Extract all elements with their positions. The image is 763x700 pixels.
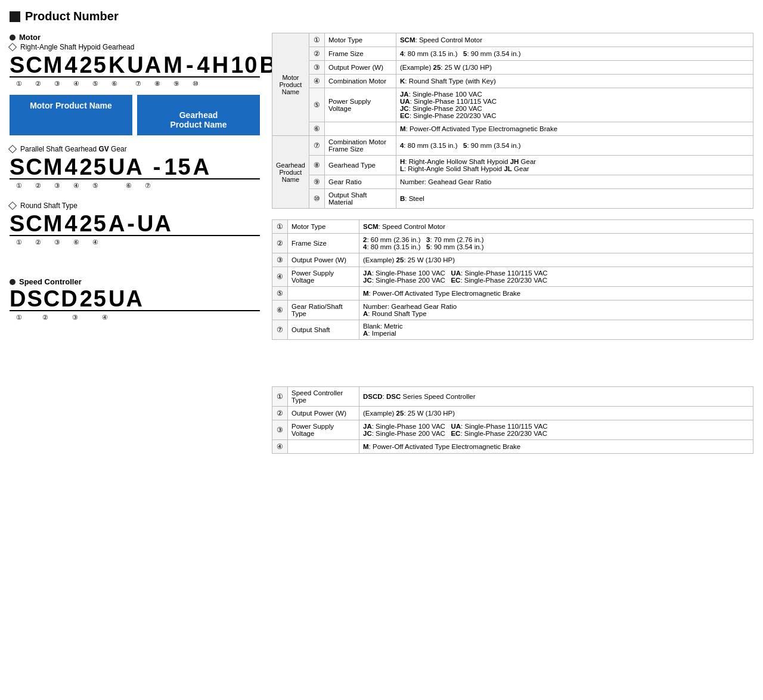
table-row: MotorProductName ① Motor Type SCM: Speed… (272, 33, 753, 47)
table-row: GearheadProductName ⑦ Combination MotorF… (272, 136, 753, 156)
left-column: Motor Right-Angle Shaft Hypoid Gearhead … (10, 33, 260, 464)
speed-ctrl-product-number: DSCD 25 UA (10, 287, 260, 311)
table-row: ② Output Power (W) (Example) 25: 25 W (1… (272, 407, 753, 420)
diamond1-icon (8, 43, 17, 51)
product-number-2: SCM 4 25 UA - 15 A (10, 156, 260, 179)
gearhead2-heading: Parallel Shaft Gearhead GV Gear (10, 145, 260, 153)
table-row: ⑧ Gearhead Type H: Right-Angle Hollow Sh… (272, 156, 753, 175)
table-row: ② Frame Size 4: 80 mm (3.15 in.) 5: 90 m… (272, 47, 753, 61)
label-boxes: Motor Product Name GearheadProduct Name (10, 95, 260, 135)
table-row: ① Speed ControllerType DSCD: DSC Series … (272, 387, 753, 407)
product-number-1: SCM 4 25 K UA M - 4 H 10 B (10, 54, 260, 78)
table-row: ⑦ Output Shaft Blank: Metric A: Imperial (272, 320, 753, 340)
title-square-icon (10, 11, 20, 22)
page-title: Product Number (10, 10, 753, 23)
speed-controller-heading: Speed Controller (10, 277, 260, 286)
gearhead1-heading: Right-Angle Shaft Hypoid Gearhead (10, 43, 260, 51)
motor-group-label: MotorProductName (272, 33, 309, 136)
gearhead-product-name-box: GearheadProduct Name (137, 95, 260, 135)
table-row: ③ Output Power (W) (Example) 25: 25 W (1… (272, 253, 753, 267)
spec-table-3: ① Speed ControllerType DSCD: DSC Series … (272, 386, 753, 454)
table-row: ④ Power Supply Voltage JA: Single-Phase … (272, 267, 753, 287)
circle-row-1: ① ② ③ ④ ⑤ ⑥ ⑦ ⑧ ⑨ ⑩ (10, 80, 260, 88)
motor-heading: Motor (10, 33, 260, 42)
circle-row-3: ① ② ③ ⑥ ④ (10, 239, 260, 246)
table-row: ⑤ M: Power-Off Activated Type Electromag… (272, 287, 753, 301)
gearhead-group-label: GearheadProductName (272, 136, 309, 209)
table-row: ⑥ Gear Ratio/ShaftType Number: Gearhead … (272, 301, 753, 320)
table-row: ③ Power Supply Voltage JA: Single-Phase … (272, 420, 753, 440)
spec-table-1: MotorProductName ① Motor Type SCM: Speed… (272, 33, 753, 209)
right-column: MotorProductName ① Motor Type SCM: Speed… (272, 33, 753, 464)
motor-bullet-icon (10, 35, 15, 41)
spec-table-2: ① Motor Type SCM: Speed Control Motor ② … (272, 219, 753, 340)
table-row: ② Frame Size 2: 60 mm (2.36 in.) 3: 70 m… (272, 234, 753, 253)
circle-row-2: ① ② ③ ④ ⑤ ⑥ ⑦ (10, 182, 260, 190)
product-number-3: SCM 4 25 A - UA (10, 212, 260, 236)
table-row: ⑩ Output Shaft Material B: Steel (272, 189, 753, 209)
table-row: ④ Combination Motor K: Round Shaft Type … (272, 75, 753, 88)
speed-ctrl-bullet-icon (10, 279, 15, 285)
table-row: ③ Output Power (W) (Example) 25: 25 W (1… (272, 61, 753, 75)
diamond3-icon (8, 202, 17, 210)
circle-num-1-1: ① (309, 33, 324, 47)
diamond2-icon (8, 145, 17, 153)
table-row: ⑥ M: Power-Off Activated Type Electromag… (272, 122, 753, 136)
table-row: ① Motor Type SCM: Speed Control Motor (272, 220, 753, 234)
table-row: ⑨ Gear Ratio Number: Geahead Gear Ratio (272, 175, 753, 189)
motor-product-name-box: Motor Product Name (10, 95, 132, 135)
table-row: ⑤ Power Supply Voltage JA: Single-Phase … (272, 88, 753, 122)
round-shaft-heading: Round Shaft Type (10, 202, 260, 210)
table-row: ④ M: Power-Off Activated Type Electromag… (272, 440, 753, 454)
circle-row-sc: ① ② ③ ④ (10, 314, 260, 321)
